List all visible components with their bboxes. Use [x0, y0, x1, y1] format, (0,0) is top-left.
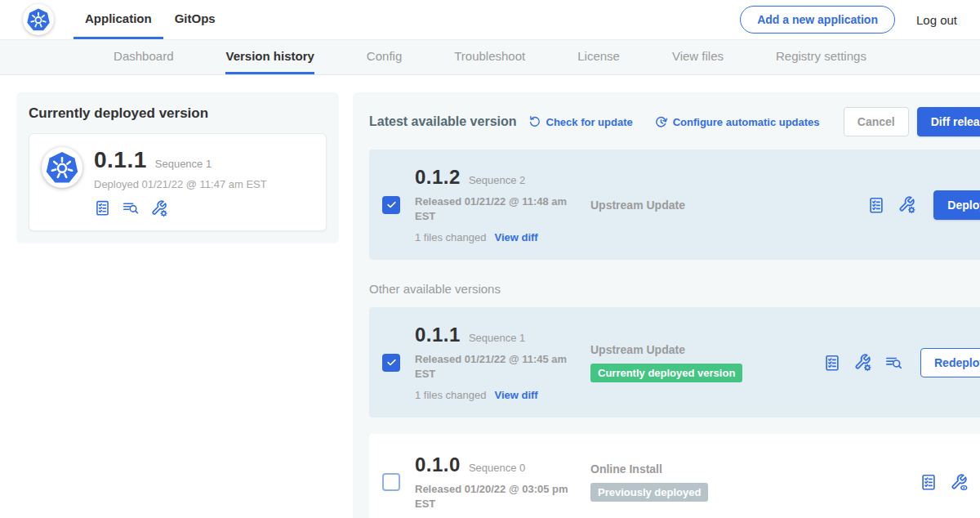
diff-releases-button[interactable]: Diff releases — [917, 107, 980, 136]
view-diff-link[interactable]: View diff — [494, 231, 537, 243]
subtab-config[interactable]: Config — [367, 40, 402, 74]
files-changed-label: 1 files changed — [415, 231, 486, 243]
wrench-gear-icon[interactable] — [853, 353, 872, 372]
subtab-troubleshoot[interactable]: Troubleshoot — [454, 40, 525, 74]
version-source-label: Upstream Update — [590, 343, 823, 356]
subtab-dashboard[interactable]: Dashboard — [114, 40, 173, 74]
sub-nav: Dashboard Version history Config Trouble… — [0, 40, 980, 75]
refresh-icon — [528, 115, 541, 128]
add-application-button[interactable]: Add a new application — [740, 6, 895, 33]
wrench-gear-icon[interactable] — [150, 199, 168, 217]
version-row-0-1-0: 0.1.0 Sequence 0 Released 01/20/22 @ 03:… — [369, 434, 980, 518]
subtab-version-history[interactable]: Version history — [225, 40, 314, 74]
current-version-title: Currently deployed version — [29, 105, 327, 122]
main-content: Currently deployed version 0.1.1 Sequenc… — [0, 75, 980, 518]
released-timestamp: Released 01/21/22 @ 11:48 am EST — [415, 194, 578, 223]
deployed-sequence-label: Sequence 1 — [155, 158, 212, 170]
wrench-eye-icon[interactable] — [950, 473, 969, 492]
deployed-timestamp: Deployed 01/21/22 @ 11:47 am EST — [94, 178, 267, 190]
preflight-checklist-icon[interactable] — [823, 354, 841, 372]
subtab-view-files[interactable]: View files — [672, 40, 724, 74]
kubernetes-app-icon — [42, 147, 82, 188]
deploy-button[interactable]: Deploy — [933, 190, 980, 220]
preflight-checklist-icon[interactable] — [94, 199, 111, 217]
other-versions-title: Other available versions — [369, 282, 980, 296]
version-checkbox-checked[interactable] — [382, 354, 400, 372]
version-checkbox-checked[interactable] — [382, 196, 400, 214]
redeploy-button[interactable]: Redeploy — [920, 348, 980, 377]
version-row-0-1-2: 0.1.2 Sequence 2 Released 01/21/22 @ 11:… — [369, 150, 980, 260]
checkmark-icon — [385, 356, 398, 368]
configure-auto-updates-label: Configure automatic updates — [673, 116, 820, 128]
checkmark-icon — [385, 199, 398, 211]
preflight-checklist-icon[interactable] — [867, 196, 885, 214]
kubernetes-logo-icon — [23, 4, 54, 35]
released-timestamp: Released 01/21/22 @ 11:45 am EST — [415, 352, 578, 381]
current-version-card: 0.1.1 Sequence 1 Deployed 01/21/22 @ 11:… — [29, 133, 327, 231]
wrench-gear-icon[interactable] — [898, 195, 916, 214]
files-changed-label: 1 files changed — [415, 389, 486, 401]
sequence-label: Sequence 0 — [469, 462, 525, 474]
deployed-version-number: 0.1.1 — [94, 147, 147, 173]
top-nav: Application GitOps Add a new application… — [0, 0, 980, 40]
latest-version-title: Latest available version — [369, 114, 517, 129]
deploy-logs-icon[interactable] — [122, 199, 140, 217]
version-checkbox-unchecked[interactable] — [382, 473, 400, 491]
logout-link[interactable]: Log out — [916, 13, 957, 27]
top-tabs: Application GitOps — [74, 0, 227, 39]
version-number: 0.1.0 — [415, 453, 461, 476]
check-for-update-label: Check for update — [546, 116, 633, 128]
cancel-button[interactable]: Cancel — [844, 107, 909, 136]
view-diff-link[interactable]: View diff — [494, 389, 537, 401]
sequence-label: Sequence 1 — [469, 332, 525, 344]
clock-refresh-icon — [654, 115, 668, 129]
preflight-checklist-icon[interactable] — [920, 473, 938, 491]
version-source-label: Online Install — [590, 462, 823, 476]
tab-gitops[interactable]: GitOps — [163, 0, 227, 39]
version-number: 0.1.2 — [415, 166, 461, 189]
subtab-license[interactable]: License — [577, 40, 620, 74]
sequence-label: Sequence 2 — [469, 174, 525, 186]
check-for-update-link[interactable]: Check for update — [528, 115, 633, 128]
configure-auto-updates-link[interactable]: Configure automatic updates — [654, 115, 820, 129]
currently-deployed-badge: Currently deployed version — [590, 364, 742, 382]
version-number: 0.1.1 — [415, 324, 461, 346]
version-source-label: Upstream Update — [590, 199, 823, 212]
available-versions-panel: Latest available version Check for updat… — [353, 92, 980, 518]
subtab-registry-settings[interactable]: Registry settings — [776, 40, 866, 74]
current-version-panel: Currently deployed version 0.1.1 Sequenc… — [16, 92, 339, 243]
deploy-logs-icon[interactable] — [884, 354, 903, 372]
version-row-0-1-1: 0.1.1 Sequence 1 Released 01/21/22 @ 11:… — [369, 307, 980, 418]
previously-deployed-badge: Previously deployed — [590, 483, 708, 502]
tab-application[interactable]: Application — [74, 0, 163, 39]
released-timestamp: Released 01/20/22 @ 03:05 pm EST — [415, 482, 578, 511]
